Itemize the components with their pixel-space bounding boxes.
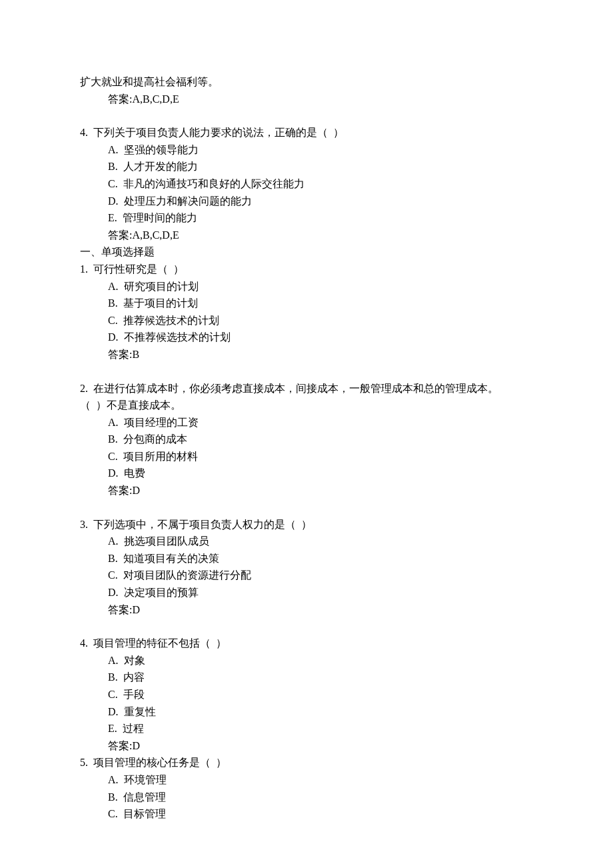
option-c: C. 目标管理 <box>108 805 533 823</box>
option-a: A. 研究项目的计划 <box>108 278 533 295</box>
option-d: D. 不推荐候选技术的计划 <box>108 329 533 346</box>
question-text: 3. 下列选项中，不属于项目负责人权力的是（ ） <box>80 516 533 533</box>
option-b: B. 人才开发的能力 <box>108 158 533 175</box>
option-c: C. 项目所用的材料 <box>108 448 533 465</box>
option-c: C. 手段 <box>108 686 533 703</box>
option-a: A. 对象 <box>108 652 533 669</box>
option-e: E. 管理时间的能力 <box>108 209 533 227</box>
option-c: C. 推荐候选技术的计划 <box>108 312 533 329</box>
option-b: B. 分包商的成本 <box>108 431 533 448</box>
spacer <box>80 499 533 516</box>
option-b: B. 信息管理 <box>108 789 533 806</box>
question-text: 4. 项目管理的特征不包括（ ） <box>80 635 533 652</box>
spacer <box>80 363 533 380</box>
answer-text: 答案:A,B,C,D,E <box>108 91 533 108</box>
document-page: 扩大就业和提高社会福利等。 答案:A,B,C,D,E 4. 下列关于项目负责人能… <box>0 0 613 863</box>
option-a: A. 项目经理的工资 <box>108 414 533 431</box>
spacer <box>80 618 533 635</box>
option-b: B. 基于项目的计划 <box>108 295 533 312</box>
option-a: A. 挑选项目团队成员 <box>108 533 533 550</box>
option-c: C. 对项目团队的资源进行分配 <box>108 567 533 584</box>
answer-text: 答案:D <box>108 482 533 499</box>
option-a: A. 坚强的领导能力 <box>108 141 533 159</box>
question-text: 4. 下列关于项目负责人能力要求的说法，正确的是（ ） <box>80 124 533 141</box>
option-b: B. 内容 <box>108 669 533 686</box>
question-text: 1. 可行性研究是（ ） <box>80 261 533 278</box>
section-heading: 一、单项选择题 <box>80 243 533 261</box>
answer-text: 答案:A,B,C,D,E <box>108 227 533 244</box>
question-text: 5. 项目管理的核心任务是（ ） <box>80 754 533 771</box>
option-c: C. 非凡的沟通技巧和良好的人际交往能力 <box>108 175 533 193</box>
option-b: B. 知道项目有关的决策 <box>108 550 533 567</box>
option-a: A. 环境管理 <box>108 771 533 789</box>
option-d: D. 决定项目的预算 <box>108 584 533 601</box>
option-d: D. 重复性 <box>108 703 533 721</box>
option-d: D. 电费 <box>108 465 533 482</box>
answer-text: 答案:D <box>108 601 533 619</box>
question-text: 2. 在进行估算成本时，你必须考虑直接成本，间接成本，一般管理成本和总的管理成本… <box>80 380 533 397</box>
option-d: D. 处理压力和解决问题的能力 <box>108 193 533 210</box>
option-e: E. 过程 <box>108 720 533 737</box>
question-text-cont: （ ）不是直接成本。 <box>80 397 533 414</box>
continuation-text: 扩大就业和提高社会福利等。 <box>80 73 533 91</box>
answer-text: 答案:B <box>108 346 533 363</box>
spacer <box>80 107 533 124</box>
answer-text: 答案:D <box>108 737 533 755</box>
